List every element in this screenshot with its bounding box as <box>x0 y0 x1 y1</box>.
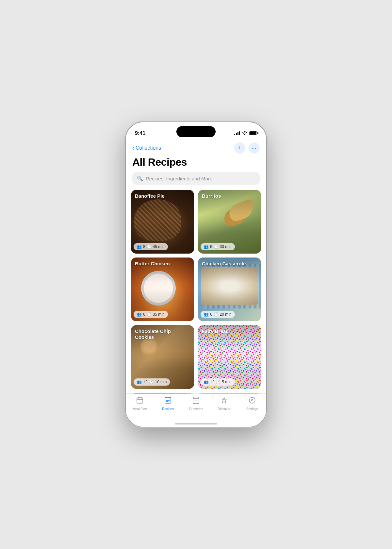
recipe-meta: 👥 8 🕐 45 min <box>134 243 168 250</box>
time-label: 20 min <box>220 312 232 317</box>
clock-icon: 🕐 <box>149 380 154 384</box>
meal-plan-icon <box>136 396 144 406</box>
tab-meal-plan[interactable]: Meal Plan <box>126 396 154 411</box>
tab-settings-label: Settings <box>246 407 258 411</box>
recipe-meta: 👥 6 🕐 30 min <box>201 243 235 250</box>
tab-recipes-label: Recipes <box>162 407 174 411</box>
signal-icon <box>234 131 240 135</box>
tab-settings[interactable]: Settings <box>238 396 266 411</box>
servings-icon: 👥 <box>137 312 142 317</box>
battery-icon <box>249 131 257 135</box>
servings-count: 6 <box>143 312 145 317</box>
recipe-card-fairy-bread[interactable]: Fairy Bread 👥 12 🕐 5 min <box>198 325 261 389</box>
add-button[interactable]: + <box>234 142 245 154</box>
status-icons <box>234 131 257 136</box>
clock-icon: 🕐 <box>216 380 220 384</box>
status-bar: 9:41 <box>126 122 266 140</box>
back-button[interactable]: ‹ Collections <box>132 145 161 152</box>
clock-icon: 🕐 <box>214 312 219 317</box>
servings-count: 6 <box>210 312 212 317</box>
tab-groceries[interactable]: Groceries <box>182 396 210 411</box>
tab-bar: Meal Plan Recipes <box>126 393 266 420</box>
more-button[interactable]: ··· <box>249 142 260 154</box>
recipe-meta: 👥 6 🕐 35 min <box>134 311 168 318</box>
clock-icon: 🕐 <box>147 312 152 317</box>
recipe-card-burritos[interactable]: Burritos 👥 6 🕐 30 min <box>198 190 261 254</box>
page-title: All Recipes <box>132 156 260 168</box>
recipe-card-chicken-casserole[interactable]: Chicken Casserole 👥 6 🕐 20 min <box>198 258 261 321</box>
recipes-icon <box>164 396 172 406</box>
content-area[interactable]: ‹ Collections + ··· All Recipes 🔍 <box>126 140 266 393</box>
home-indicator <box>126 420 266 427</box>
servings-count: 12 <box>143 380 147 384</box>
home-bar <box>175 423 217 424</box>
recipe-name: Chicken Casserole <box>202 261 257 267</box>
servings-icon: 👥 <box>137 244 142 249</box>
servings-icon: 👥 <box>204 312 209 317</box>
phone-frame: 9:41 <box>126 122 266 427</box>
time-label: 30 min <box>220 244 232 249</box>
recipe-card-butter-chicken[interactable]: Butter Chicken 👥 6 🕐 35 min <box>131 258 194 321</box>
recipe-name: Butter Chicken <box>135 261 190 267</box>
recipe-grid: Banoffee Pie 👥 8 🕐 45 min Burritos <box>126 190 266 393</box>
svg-point-9 <box>249 397 255 403</box>
recipe-meta: 👥 12 🕐 5 min <box>201 378 235 386</box>
recipe-name: Banoffee Pie <box>135 193 190 199</box>
recipe-name: Fairy Bread <box>202 328 257 334</box>
add-icon: + <box>238 145 242 152</box>
wifi-icon <box>242 131 247 136</box>
discover-icon <box>220 396 228 406</box>
time-label: 35 min <box>153 312 165 317</box>
clock-icon: 🕐 <box>147 244 152 249</box>
back-label: Collections <box>136 145 161 151</box>
time-label: 5 min <box>222 380 231 384</box>
page-title-section: All Recipes <box>126 155 266 172</box>
svg-rect-0 <box>137 398 143 403</box>
status-time: 9:41 <box>135 130 145 136</box>
recipe-name: Burritos <box>202 193 257 199</box>
screen: 9:41 <box>126 122 266 427</box>
time-label: 10 min <box>155 380 167 384</box>
nav-actions: + ··· <box>234 142 260 154</box>
tab-groceries-label: Groceries <box>189 407 203 411</box>
recipe-meta: 👥 12 🕐 10 min <box>134 378 170 386</box>
recipe-meta: 👥 6 🕐 20 min <box>201 311 235 318</box>
search-placeholder: Recipes, Ingredients and More <box>146 176 212 181</box>
navigation-bar: ‹ Collections + ··· <box>126 140 266 155</box>
recipe-name: Chocolate Chip Cookies <box>135 328 190 340</box>
groceries-icon <box>192 396 200 406</box>
servings-count: 6 <box>210 244 212 249</box>
time-label: 45 min <box>153 244 165 249</box>
back-chevron-icon: ‹ <box>132 145 134 152</box>
recipe-card-banoffee-pie[interactable]: Banoffee Pie 👥 8 🕐 45 min <box>131 190 194 254</box>
search-bar[interactable]: 🔍 Recipes, Ingredients and More <box>132 172 260 185</box>
recipe-card-chocolate-chip-cookies[interactable]: Chocolate Chip Cookies 👥 12 🕐 10 min <box>131 325 194 389</box>
clock-icon: 🕐 <box>214 244 219 249</box>
servings-count: 12 <box>210 380 214 384</box>
search-icon: 🔍 <box>137 175 143 181</box>
settings-icon <box>248 396 256 406</box>
svg-point-10 <box>252 400 253 401</box>
tab-recipes[interactable]: Recipes <box>154 396 182 411</box>
tab-meal-plan-label: Meal Plan <box>133 407 147 411</box>
dynamic-island <box>176 126 216 137</box>
servings-icon: 👥 <box>204 244 209 249</box>
servings-icon: 👥 <box>204 380 209 384</box>
servings-icon: 👥 <box>137 380 142 384</box>
more-icon: ··· <box>252 145 257 151</box>
tab-discover[interactable]: Discover <box>210 396 238 411</box>
tab-discover-label: Discover <box>218 407 231 411</box>
servings-count: 8 <box>143 244 145 249</box>
